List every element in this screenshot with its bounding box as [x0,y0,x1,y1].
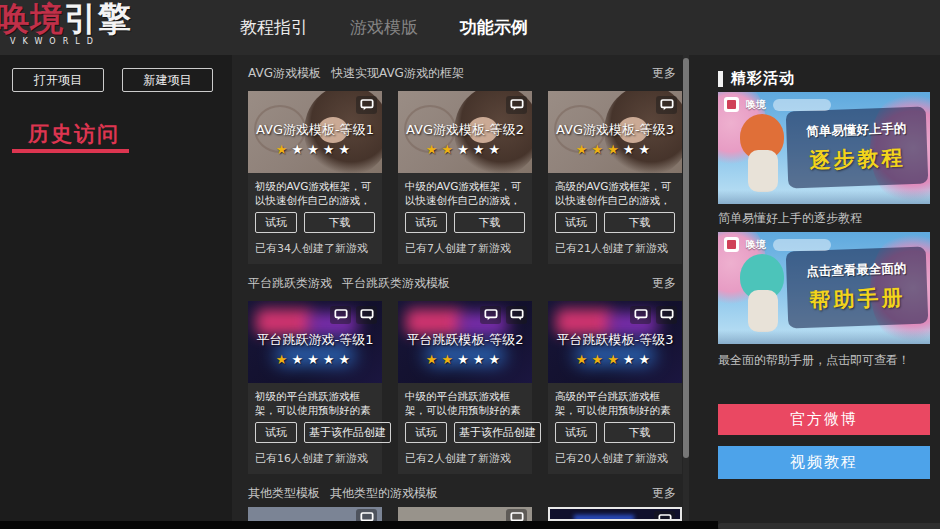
banner-character [748,150,778,192]
header-marker [718,71,723,87]
card-row-other [248,507,682,521]
video-tutorial-button[interactable]: 视频教程 [718,446,930,479]
banner-line2: 逐步教程 [809,143,906,174]
star-empty-icon: ★ [292,352,308,367]
star-empty-icon: ★ [323,142,339,157]
star-empty-icon: ★ [623,142,639,157]
promo-caption: 简单易懂好上手的逐步教程 [718,210,930,227]
template-card: AVG游戏模板-等级3 ★★★★★ 高级的AVG游戏框架，可以快速创作自己的游戏… [548,91,682,264]
banner-line2: 帮助手册 [809,283,906,314]
star-empty-icon: ★ [323,352,339,367]
star-rating: ★★★★★ [548,349,682,368]
download-button[interactable]: 下载 [604,422,675,443]
star-filled-icon: ★ [276,142,292,157]
star-empty-icon: ★ [473,352,489,367]
create-from-template-button[interactable]: 基于该作品创建 [454,422,541,443]
more-link[interactable]: 更多 [652,275,676,292]
official-weibo-button[interactable]: 官方微博 [718,404,930,435]
main-nav: 教程指引 游戏模版 功能示例 [240,0,528,55]
comment-icon[interactable] [356,509,377,521]
card-thumbnail[interactable]: AVG游戏模板-等级3 ★★★★★ [548,91,682,173]
comment-icon[interactable] [506,96,527,114]
comment-icon[interactable] [654,511,675,521]
try-button[interactable]: 试玩 [255,422,297,443]
nav-game-templates[interactable]: 游戏模版 [350,16,418,39]
template-card: 平台跳跃模板-等级2 ★★★★★ 中级的平台跳跃游戏框架，可以使用预制好的素材，… [398,301,532,474]
download-button[interactable]: 下载 [304,212,375,233]
section-header-other: 其他类型模板 其他类型的游戏模板 更多 [248,485,676,501]
create-from-template-button[interactable]: 基于该作品创建 [304,422,391,443]
comment-icon[interactable] [356,306,377,324]
banner-art [718,330,930,344]
try-button[interactable]: 试玩 [405,212,447,233]
logo-text-white: 引擎 [64,0,132,38]
star-empty-icon: ★ [488,352,504,367]
more-link[interactable]: 更多 [652,485,676,502]
left-sidebar: 打开项目 新建项目 历史访问 [0,55,232,523]
comment-icon[interactable] [506,509,527,521]
logo-wordmark: 唤境引擎 [0,2,196,36]
nav-feature-examples[interactable]: 功能示例 [460,16,528,39]
promo-caption: 最全面的帮助手册，点击即可查看！ [718,352,930,369]
section-title: 平台跳跃类游戏 [248,275,332,292]
star-empty-icon: ★ [638,142,654,157]
banner-logos: 唤境 [724,97,831,112]
bottom-edge [0,521,718,529]
card-description: 初级的AVG游戏框架，可以快速创作自己的游戏，具有多种 [248,173,382,209]
comment-icon[interactable] [480,306,501,324]
comment-icon[interactable] [656,96,677,114]
star-empty-icon: ★ [457,142,473,157]
star-empty-icon: ★ [307,142,323,157]
comment-icon[interactable] [630,306,651,324]
comment-icon[interactable] [506,306,527,324]
card-thumbnail[interactable] [248,507,382,521]
promo-banner-tutorial[interactable]: 简单易懂好上手的 逐步教程 唤境 [718,92,930,204]
download-button[interactable]: 下载 [454,212,525,233]
banner-character [748,290,778,332]
star-filled-icon: ★ [607,142,623,157]
partner-logo [773,99,831,111]
card-status: 已有7人创建了新游戏 [398,233,532,264]
card-thumbnail[interactable]: AVG游戏模板-等级2 ★★★★★ [398,91,532,173]
card-thumbnail[interactable]: AVG游戏模板-等级1 ★★★★★ [248,91,382,173]
card-thumbnail[interactable]: 平台跳跃游戏-等级1 ★★★★★ [248,301,382,383]
section-title: AVG游戏模板 [248,65,321,82]
card-thumbnail[interactable]: 平台跳跃模板-等级3 ★★★★★ [548,301,682,383]
template-card: 平台跳跃游戏-等级1 ★★★★★ 初级的平台跳跃游戏框架，可以使用预制好的素材，… [248,301,382,474]
download-button[interactable]: 下载 [604,212,675,233]
activities-header: 精彩活动 [718,69,795,88]
card-title: AVG游戏模板-等级2 [398,121,532,139]
section-subtitle: 平台跳跃类游戏模板 [342,275,450,292]
try-button[interactable]: 试玩 [555,212,597,233]
card-thumbnail[interactable] [548,507,682,521]
engine-logo-text: 唤境 [746,98,766,112]
star-filled-icon: ★ [276,352,292,367]
new-project-button[interactable]: 新建项目 [122,68,213,92]
card-row-platformer: 平台跳跃游戏-等级1 ★★★★★ 初级的平台跳跃游戏框架，可以使用预制好的素材，… [248,301,682,474]
try-button[interactable]: 试玩 [405,422,447,443]
template-card: AVG游戏模板-等级2 ★★★★★ 中级的AVG游戏框架，可以快速创作自己的游戏… [398,91,532,264]
open-project-button[interactable]: 打开项目 [12,68,104,92]
card-thumbnail[interactable] [398,507,532,521]
card-thumbnail[interactable]: 平台跳跃模板-等级2 ★★★★★ [398,301,532,383]
star-filled-icon: ★ [592,142,608,157]
star-filled-icon: ★ [576,352,592,367]
try-button[interactable]: 试玩 [255,212,297,233]
try-button[interactable]: 试玩 [555,422,597,443]
app-logo[interactable]: 唤境引擎 VKWORLD [0,2,196,46]
card-title: 平台跳跃模板-等级3 [548,331,682,349]
card-status: 已有16人创建了新游戏 [248,443,382,474]
main-content: AVG游戏模板 快速实现AVG游戏的框架 更多 AVG游戏模板-等级1 ★★★★… [232,55,683,523]
history-title: 历史访问 [28,120,120,148]
nav-tutorial-guide[interactable]: 教程指引 [240,16,308,39]
banner-line1: 简单易懂好上手的 [806,120,907,140]
promo-banner-manual[interactable]: 点击查看最全面的 帮助手册 唤境 [718,232,930,344]
more-link[interactable]: 更多 [652,65,676,82]
star-filled-icon: ★ [592,352,608,367]
comment-icon[interactable] [356,96,377,114]
engine-logo-icon [724,97,739,112]
card-title: 平台跳跃模板-等级2 [398,331,532,349]
comment-icon[interactable] [656,306,677,324]
card-status: 已有2人创建了新游戏 [398,443,532,474]
comment-icon[interactable] [330,306,351,324]
